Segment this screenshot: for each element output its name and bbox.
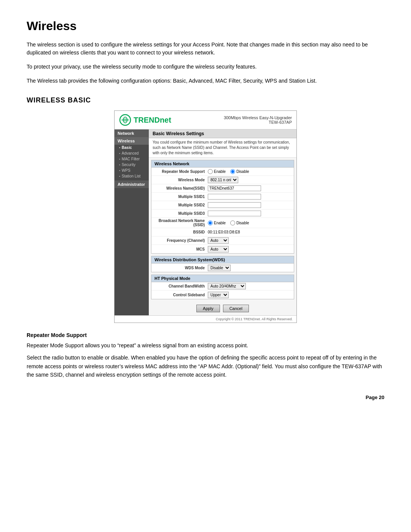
ssid-row: Wireless Name(SSID) xyxy=(151,184,294,193)
sidebar-item-wps[interactable]: WPS xyxy=(115,168,149,173)
multiple-ssid2-label: Multiple SSID2 xyxy=(155,203,208,207)
repeater-para-1: Repeater Mode Support allows you to “rep… xyxy=(27,341,384,350)
multiple-ssid3-input[interactable] xyxy=(208,211,261,216)
broadcast-disable-radio[interactable] xyxy=(230,220,235,225)
intro-para-1: The wireless section is used to configur… xyxy=(27,41,384,57)
sidebar-item-macfilter[interactable]: MAC Filter xyxy=(115,156,149,162)
bssid-value: 00:11:E0:03:D8:E8 xyxy=(208,230,291,234)
repeater-disable-option[interactable]: Disable xyxy=(230,169,249,174)
broadcast-control: Enable Disable xyxy=(208,220,291,225)
router-footer: Copyright © 2011 TRENDnet. All Rights Re… xyxy=(115,315,296,323)
product-name: 300Mbps Wireless Easy-N-Upgrader xyxy=(224,115,292,120)
wds-mode-control: Disable xyxy=(208,265,291,271)
freq-row: Frequency (Channel) Auto xyxy=(151,236,294,245)
ht-physical-box: HT Physical Mode Channel BandWidth Auto … xyxy=(151,275,294,299)
router-body: Network Wireless Basic Advanced MAC Filt… xyxy=(115,129,296,315)
broadcast-enable-label: Enable xyxy=(214,221,226,225)
multiple-ssid1-control xyxy=(208,194,291,200)
page-number: Page 20 xyxy=(366,395,384,400)
bssid-row: BSSID 00:11:E0:03:D8:E8 xyxy=(151,228,294,236)
router-ui-screenshot: TRENDnet 300Mbps Wireless Easy-N-Upgrade… xyxy=(114,110,297,323)
wireless-mode-select[interactable]: 802.11 n only xyxy=(208,177,238,183)
wds-mode-select[interactable]: Disable xyxy=(208,265,231,271)
sidebar-admin[interactable]: Administrator xyxy=(115,181,149,188)
repeater-mode-row: Repeater Mode Support Enable Disable xyxy=(151,168,294,176)
mcs-select[interactable]: Auto xyxy=(208,246,229,252)
repeater-heading: Repeater Mode Support xyxy=(27,332,384,338)
multiple-ssid2-input[interactable] xyxy=(208,202,261,208)
multiple-ssid3-label: Multiple SSID3 xyxy=(155,211,208,216)
sideband-control: Upper xyxy=(208,292,291,298)
sideband-label: Control Sideband xyxy=(155,293,208,297)
sidebar-wireless[interactable]: Wireless xyxy=(115,137,149,145)
apply-button[interactable]: Apply xyxy=(196,305,220,312)
content-description: You could configure the minimum number o… xyxy=(149,138,296,158)
broadcast-disable-option[interactable]: Disable xyxy=(230,220,249,225)
page-footer: Page 20 xyxy=(27,395,384,400)
multiple-ssid3-row: Multiple SSID3 xyxy=(151,209,294,218)
wds-mode-label: WDS Mode xyxy=(155,266,208,270)
sidebar-item-stationlist[interactable]: Station List xyxy=(115,173,149,179)
freq-label: Frequency (Channel) xyxy=(155,238,208,243)
broadcast-enable-option[interactable]: Enable xyxy=(208,220,226,225)
router-logo: TRENDnet xyxy=(119,114,171,126)
repeater-enable-radio[interactable] xyxy=(208,169,213,174)
repeater-enable-option[interactable]: Enable xyxy=(208,169,226,174)
repeater-section: Repeater Mode Support Repeater Mode Supp… xyxy=(27,332,384,379)
router-model-info: 300Mbps Wireless Easy-N-Upgrader TEW-637… xyxy=(224,115,292,125)
multiple-ssid2-row: Multiple SSID2 xyxy=(151,201,294,209)
cancel-button[interactable]: Cancel xyxy=(223,305,249,312)
broadcast-label: Broadcast Network Name (SSID) xyxy=(155,219,208,227)
page-title: Wireless xyxy=(27,19,384,33)
sidebar-item-advanced[interactable]: Advanced xyxy=(115,150,149,156)
multiple-ssid3-control xyxy=(208,211,291,216)
broadcast-enable-radio[interactable] xyxy=(208,220,213,225)
broadcast-row: Broadcast Network Name (SSID) Enable Dis… xyxy=(151,218,294,228)
brand-suffix: net xyxy=(160,116,171,124)
trendnet-logo-icon xyxy=(119,114,131,126)
repeater-mode-label: Repeater Mode Support xyxy=(155,169,208,174)
router-brand-text: TRENDnet xyxy=(134,116,171,125)
sidebar-item-security[interactable]: Security xyxy=(115,162,149,168)
multiple-ssid1-input[interactable] xyxy=(208,194,261,200)
repeater-mode-control: Enable Disable xyxy=(208,169,291,174)
wireless-mode-row: Wireless Mode 802.11 n only xyxy=(151,176,294,184)
wds-mode-row: WDS Mode Disable xyxy=(151,264,294,272)
sideband-row: Control Sideband Upper xyxy=(151,291,294,299)
wireless-network-header: Wireless Network xyxy=(151,160,294,168)
wireless-basic-heading: Wireless Basic xyxy=(27,96,384,104)
sideband-select[interactable]: Upper xyxy=(208,292,229,298)
ssid-control xyxy=(208,185,291,191)
mcs-row: MCS Auto xyxy=(151,245,294,253)
freq-select[interactable]: Auto xyxy=(208,237,229,244)
bandwidth-select[interactable]: Auto 20/40Mhz xyxy=(208,283,246,289)
broadcast-disable-label: Disable xyxy=(236,221,249,225)
ssid-label: Wireless Name(SSID) xyxy=(155,186,208,190)
brand-prefix: TREND xyxy=(134,116,160,124)
bssid-label: BSSID xyxy=(155,230,208,234)
sidebar-item-basic[interactable]: Basic xyxy=(115,145,149,150)
router-content: Basic Wireless Settings You could config… xyxy=(149,129,296,315)
wds-header: Wireless Distribution System(WDS) xyxy=(151,256,294,264)
router-header: TRENDnet 300Mbps Wireless Easy-N-Upgrade… xyxy=(115,111,296,129)
model-number: TEW-637AP xyxy=(224,120,292,125)
sidebar-network[interactable]: Network xyxy=(115,129,149,137)
freq-control: Auto xyxy=(208,237,291,244)
bandwidth-row: Channel BandWidth Auto 20/40Mhz xyxy=(151,282,294,291)
multiple-ssid2-control xyxy=(208,202,291,208)
router-sidebar: Network Wireless Basic Advanced MAC Filt… xyxy=(115,129,149,315)
content-header: Basic Wireless Settings xyxy=(149,129,296,138)
bandwidth-label: Channel BandWidth xyxy=(155,284,208,288)
repeater-para-2: Select the radio button to enable or dis… xyxy=(27,353,384,379)
wireless-mode-control: 802.11 n only xyxy=(208,177,291,183)
button-row: Apply Cancel xyxy=(149,302,296,315)
ht-physical-header: HT Physical Mode xyxy=(151,275,294,282)
mcs-label: MCS xyxy=(155,247,208,251)
ssid-input[interactable] xyxy=(208,185,261,191)
mcs-control: Auto xyxy=(208,246,291,252)
multiple-ssid1-row: Multiple SSID1 xyxy=(151,193,294,201)
wds-box: Wireless Distribution System(WDS) WDS Mo… xyxy=(151,256,294,272)
intro-para-3: The Wireless tab provides the following … xyxy=(27,77,384,85)
repeater-disable-radio[interactable] xyxy=(230,169,235,174)
repeater-disable-label: Disable xyxy=(236,169,249,174)
